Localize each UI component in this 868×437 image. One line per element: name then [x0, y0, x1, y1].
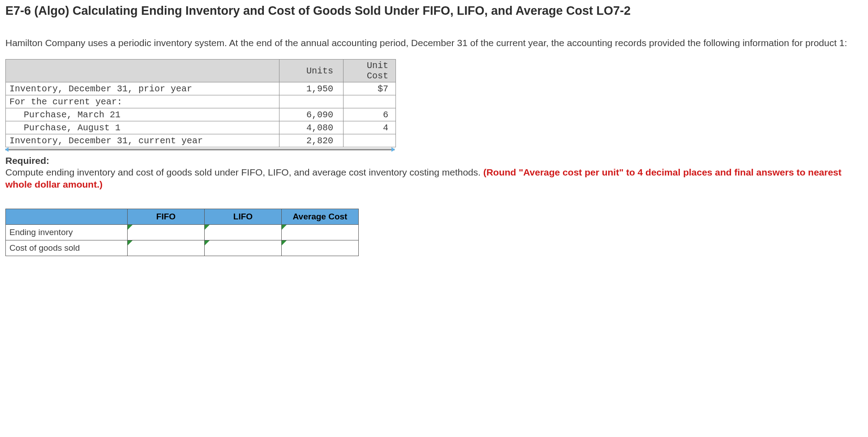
inventory-data-table: Units Unit Cost Inventory, December 31, … [5, 59, 396, 147]
table-row: Purchase, March 21 6,090 6 [6, 108, 396, 121]
inv-header-units: Units [279, 60, 344, 82]
inv-row-cost: 6 [344, 108, 396, 121]
inv-row-units: 6,090 [279, 108, 344, 121]
answer-table: FIFO LIFO Average Cost Ending inventory … [5, 209, 359, 256]
inv-row-label: Inventory, December 31, prior year [6, 82, 279, 95]
editable-marker-icon [282, 225, 287, 230]
inv-row-cost [344, 95, 396, 108]
table-row: Purchase, August 1 4,080 4 [6, 121, 396, 134]
ans-col-lifo: LIFO [205, 209, 282, 224]
editable-marker-icon [282, 240, 287, 245]
ans-row-label: Cost of goods sold [6, 240, 128, 256]
inv-row-units [279, 95, 344, 108]
ans-input-cogs-fifo[interactable] [128, 240, 205, 256]
inv-row-label: Purchase, August 1 [6, 121, 279, 134]
scroll-left-icon [5, 147, 9, 152]
ans-input-cogs-lifo[interactable] [205, 240, 282, 256]
inv-header-unit-cost: Unit Cost [344, 60, 396, 82]
editable-marker-icon [128, 225, 133, 230]
inv-row-units: 1,950 [279, 82, 344, 95]
ans-corner [6, 209, 128, 224]
ans-row-label: Ending inventory [6, 224, 128, 240]
inv-row-cost: 4 [344, 121, 396, 134]
inv-row-label: Inventory, December 31, current year [6, 134, 279, 147]
table-row: Inventory, December 31, current year 2,8… [6, 134, 396, 147]
ans-input-cogs-avg[interactable] [282, 240, 359, 256]
table-scrollbar[interactable] [5, 148, 395, 153]
table-row: Ending inventory [6, 224, 359, 240]
problem-title: E7-6 (Algo) Calculating Ending Inventory… [5, 4, 863, 19]
ans-input-ei-avg[interactable] [282, 224, 359, 240]
table-row: For the current year: [6, 95, 396, 108]
inv-row-cost: $7 [344, 82, 396, 95]
table-row: Cost of goods sold [6, 240, 359, 256]
table-row: Inventory, December 31, prior year 1,950… [6, 82, 396, 95]
editable-marker-icon [205, 240, 210, 245]
inv-row-cost [344, 134, 396, 147]
inv-header-blank [6, 60, 279, 82]
inv-row-units: 2,820 [279, 134, 344, 147]
ans-col-fifo: FIFO [128, 209, 205, 224]
ans-input-ei-fifo[interactable] [128, 224, 205, 240]
inv-row-label: Purchase, March 21 [6, 108, 279, 121]
ans-input-ei-lifo[interactable] [205, 224, 282, 240]
required-plain: Compute ending inventory and cost of goo… [5, 167, 483, 177]
ans-col-avg: Average Cost [282, 209, 359, 224]
scroll-right-icon [391, 147, 395, 152]
editable-marker-icon [128, 240, 133, 245]
editable-marker-icon [205, 225, 210, 230]
inv-row-units: 4,080 [279, 121, 344, 134]
required-text: Compute ending inventory and cost of goo… [5, 166, 863, 191]
intro-text: Hamilton Company uses a periodic invento… [5, 37, 856, 49]
required-label: Required: [5, 155, 863, 166]
inv-row-label: For the current year: [6, 95, 279, 108]
